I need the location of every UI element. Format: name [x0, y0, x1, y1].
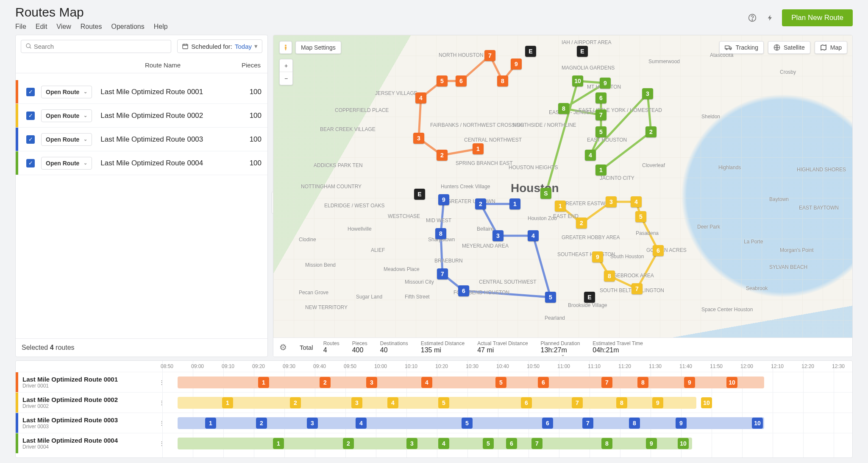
tracking-toggle[interactable]: Tracking — [719, 41, 764, 54]
map-marker[interactable]: 8 — [558, 103, 569, 114]
gantt-stop[interactable]: 4 — [438, 438, 449, 449]
map-marker[interactable]: 2 — [437, 150, 448, 161]
map-marker[interactable]: 7 — [595, 109, 606, 120]
map-marker[interactable]: 2 — [475, 198, 486, 209]
route-row[interactable]: ✓Open Route⌄Last Mile Optimized Route 00… — [16, 151, 267, 175]
map-marker[interactable]: E — [525, 46, 536, 57]
satellite-toggle[interactable]: Satellite — [768, 41, 810, 54]
map-marker[interactable]: 7 — [632, 283, 643, 294]
row-menu-button[interactable]: ⋮ — [156, 420, 168, 426]
search-input[interactable] — [34, 43, 167, 50]
open-route-button[interactable]: Open Route⌄ — [41, 157, 92, 170]
row-menu-button[interactable]: ⋮ — [156, 379, 168, 385]
route-row[interactable]: ✓Open Route⌄Last Mile Optimized Route 00… — [16, 80, 267, 104]
gantt-stop[interactable]: 6 — [538, 377, 549, 388]
gantt-stop[interactable]: 6 — [521, 397, 532, 408]
menu-routes[interactable]: Routes — [81, 23, 102, 31]
map-marker[interactable]: E — [584, 292, 595, 303]
gantt-stop[interactable]: 9 — [684, 377, 695, 388]
gantt-stop[interactable]: 7 — [531, 438, 542, 449]
bolt-icon[interactable] — [764, 12, 776, 24]
gantt-stop[interactable]: 4 — [387, 397, 398, 408]
map-marker[interactable]: 6 — [458, 285, 469, 296]
gantt-stop[interactable]: 3 — [307, 418, 318, 429]
gantt-stop[interactable]: 5 — [495, 377, 506, 388]
gantt-stop[interactable]: 2 — [256, 418, 267, 429]
map-marker[interactable]: 4 — [528, 230, 539, 241]
open-route-button[interactable]: Open Route⌄ — [41, 86, 92, 98]
gantt-stop[interactable]: 3 — [351, 397, 362, 408]
gantt-stop[interactable]: 8 — [616, 397, 627, 408]
map-marker[interactable]: 9 — [600, 78, 611, 89]
map-marker[interactable]: 5 — [437, 75, 448, 86]
gantt-stop[interactable]: 9 — [652, 397, 663, 408]
gantt-stop[interactable]: 5 — [483, 438, 494, 449]
gantt-stop[interactable]: 9 — [676, 418, 687, 429]
map-marker[interactable]: 2 — [576, 218, 587, 229]
gantt-bar[interactable]: 12345678910 — [178, 377, 764, 388]
menu-operations[interactable]: Operations — [111, 23, 144, 31]
map-marker[interactable]: 4 — [631, 196, 642, 207]
map-marker[interactable]: 5 — [595, 126, 606, 137]
map-marker[interactable]: 3 — [642, 88, 653, 99]
map-marker[interactable]: E — [414, 189, 425, 200]
gantt-stop[interactable]: 4 — [356, 418, 367, 429]
map-marker[interactable]: 1 — [555, 201, 566, 212]
gantt-stop[interactable]: 1 — [205, 418, 216, 429]
gantt-stop[interactable]: 10 — [678, 438, 689, 449]
gantt-stop[interactable]: 3 — [406, 438, 417, 449]
gantt-bar[interactable]: 12345678910 — [178, 438, 692, 449]
map-marker[interactable]: 2 — [645, 126, 657, 137]
gantt-stop[interactable]: 9 — [646, 438, 657, 449]
gantt-stop[interactable]: 2 — [320, 377, 331, 388]
gear-icon[interactable]: ⚙ — [279, 342, 287, 352]
gantt-stop[interactable]: 7 — [601, 377, 612, 388]
row-menu-button[interactable]: ⋮ — [156, 399, 168, 406]
map-marker[interactable]: 4 — [585, 150, 596, 161]
map-marker[interactable]: 1 — [509, 198, 520, 209]
map-panel[interactable]: HoustonJERSEY VILLAGENORTH HOUSTONIAH / … — [273, 35, 853, 357]
map-marker[interactable]: 9 — [438, 194, 449, 205]
gantt-bar[interactable]: 12345678910 — [178, 417, 764, 429]
gantt-bar[interactable]: 12345678910 — [178, 397, 696, 409]
route-row[interactable]: ✓Open Route⌄Last Mile Optimized Route 00… — [16, 128, 267, 151]
streetview-pegman[interactable] — [279, 41, 292, 54]
gantt-stop[interactable]: 8 — [637, 377, 648, 388]
gantt-stop[interactable]: 4 — [421, 377, 432, 388]
route-checkbox[interactable]: ✓ — [26, 88, 35, 96]
route-checkbox[interactable]: ✓ — [26, 112, 35, 120]
gantt-stop[interactable]: 2 — [290, 397, 301, 408]
scheduled-for-button[interactable]: Scheduled for: Today ▾ — [177, 39, 262, 53]
open-route-button[interactable]: Open Route⌄ — [41, 133, 92, 146]
menu-help[interactable]: Help — [154, 23, 168, 31]
gantt-stop[interactable]: 1 — [273, 438, 284, 449]
map-marker[interactable]: 6 — [456, 75, 467, 86]
map-marker[interactable]: 6 — [595, 92, 606, 103]
map-canvas[interactable] — [273, 35, 852, 357]
map-marker[interactable]: 3 — [606, 196, 617, 207]
menu-view[interactable]: View — [56, 23, 71, 31]
map-marker[interactable]: 5 — [545, 292, 556, 303]
gantt-stop[interactable]: 5 — [462, 418, 473, 429]
zoom-out-button[interactable]: − — [280, 72, 292, 85]
gantt-stop[interactable]: 8 — [629, 418, 640, 429]
map-marker[interactable]: 6 — [653, 245, 664, 256]
gantt-stop[interactable]: 1 — [222, 397, 233, 408]
gantt-stop[interactable]: 8 — [601, 438, 612, 449]
gantt-stop[interactable]: 6 — [506, 438, 517, 449]
plan-new-route-button[interactable]: Plan New Route — [782, 9, 853, 26]
gantt-stop[interactable]: 7 — [572, 397, 583, 408]
map-marker[interactable]: 7 — [484, 50, 495, 61]
menu-edit[interactable]: Edit — [36, 23, 47, 31]
map-marker[interactable]: 8 — [604, 271, 615, 282]
menu-file[interactable]: File — [15, 23, 26, 31]
help-icon[interactable] — [746, 12, 758, 24]
stats-expand-handle[interactable]: ⌄ — [561, 351, 565, 357]
gantt-stop[interactable]: 10 — [701, 397, 712, 408]
map-marker[interactable]: 1 — [595, 165, 606, 176]
zoom-in-button[interactable]: + — [280, 59, 292, 72]
map-marker[interactable]: 1 — [473, 143, 484, 154]
gantt-stop[interactable]: 1 — [258, 377, 269, 388]
gantt-stop[interactable]: 10 — [752, 418, 763, 429]
open-route-button[interactable]: Open Route⌄ — [41, 109, 92, 122]
